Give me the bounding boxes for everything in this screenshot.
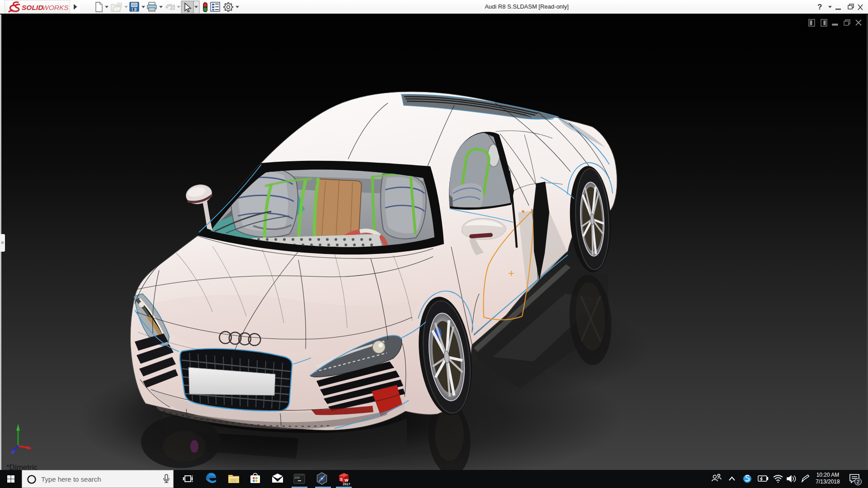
svg-text:*Dimetric: *Dimetric (6, 463, 38, 470)
svg-text:2017: 2017 (343, 482, 350, 486)
svg-text:SOLID: SOLID (22, 4, 43, 11)
svg-text:WORKS: WORKS (42, 4, 69, 11)
svg-text:S: S (340, 477, 343, 482)
svg-text:DIN: DIN (295, 476, 300, 479)
svg-text:2: 2 (857, 479, 859, 484)
svg-text:?: ? (817, 3, 822, 11)
